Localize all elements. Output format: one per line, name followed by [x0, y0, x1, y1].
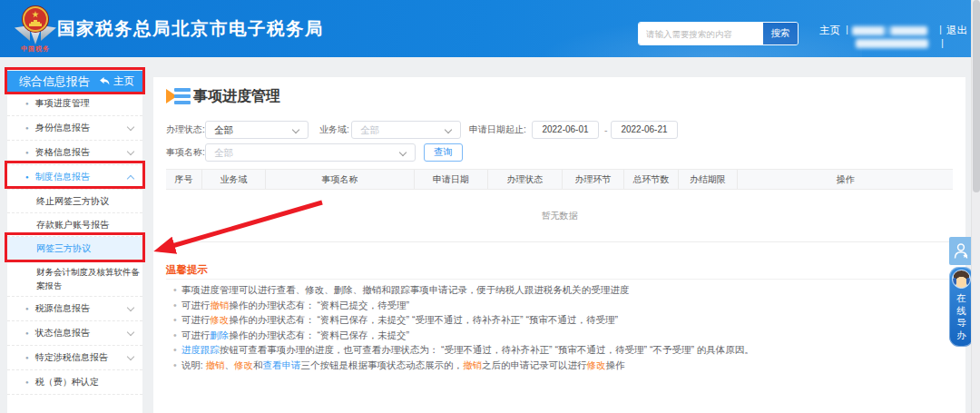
- bullet-icon: •: [173, 282, 177, 298]
- table-column-header: 办理环节: [563, 170, 624, 189]
- national-emblem-icon: [23, 6, 48, 32]
- bullet-icon: ●: [25, 330, 29, 336]
- sidebar-item[interactable]: ●特定涉税信息报告: [7, 346, 142, 370]
- bullet-icon: ●: [25, 355, 29, 360]
- domain-select[interactable]: 全部: [351, 121, 461, 139]
- bullet-icon: •: [173, 312, 177, 328]
- table-column-header: 申请日期: [415, 170, 488, 189]
- sidebar-item[interactable]: ●身份信息报告: [7, 116, 142, 141]
- table-column-header: 事项名称: [266, 170, 415, 189]
- domain-filter-label: 业务域:: [319, 121, 349, 139]
- bullet-icon: •: [173, 342, 177, 358]
- nav-logout-link[interactable]: 退出: [946, 24, 967, 37]
- sidebar-item-label: 事项进度管理: [35, 97, 133, 110]
- tips-divider: [166, 279, 953, 280]
- app-title: 国家税务总局北京市电子税务局: [57, 16, 324, 41]
- progress-table: 序号业务域事项名称申请日期办理状态办理环节总环节数办结期限操作 暂无数据: [166, 169, 953, 242]
- profile-float-button[interactable]: [949, 237, 974, 265]
- online-guide-label: 在线导办: [956, 292, 966, 341]
- header-search: 搜索: [638, 22, 799, 45]
- tip-text: 可进行修改操作的办理状态有： “资料已保存，未提交” “受理不通过，待补齐补正”…: [181, 312, 618, 328]
- list-play-icon: [166, 87, 191, 106]
- date-to-input[interactable]: 2022-06-21: [611, 121, 678, 139]
- page-title-block: 事项进度管理: [166, 87, 280, 106]
- tip-text: 事项进度管理可以进行查看、修改、删除、撤销和跟踪事项申请记录，便于纳税人跟进税务…: [181, 282, 630, 298]
- sidebar-home-label: 主页: [113, 74, 134, 88]
- tips-list: •事项进度管理可以进行查看、修改、删除、撤销和跟踪事项申请记录，便于纳税人跟进税…: [166, 282, 965, 372]
- nav-separator: |: [846, 24, 848, 34]
- sidebar-item-label: 网签三方协议: [36, 242, 133, 255]
- redacted-username: [852, 26, 927, 35]
- bullet-icon: ●: [25, 379, 29, 385]
- sidebar-item-label: 状态信息报告: [35, 327, 128, 339]
- chevron-down-icon: [127, 352, 134, 359]
- sidebar-item-label: 财务会计制度及核算软件备案报告: [36, 265, 141, 292]
- query-button[interactable]: 查询: [424, 143, 463, 162]
- bullet-icon: •: [173, 358, 177, 373]
- sidebar-item[interactable]: ●状态信息报告: [7, 321, 142, 346]
- sidebar-home-link[interactable]: 主页: [100, 74, 134, 88]
- sidebar-item[interactable]: ●税源信息报告: [7, 297, 142, 321]
- tip-line: •进度跟踪按钮可查看事项办理的进度，也可查看办理状态为： “受理不通过，待补齐补…: [166, 342, 965, 358]
- tax-bureau-logo: 中国税务: [14, 5, 57, 54]
- page-scrollbar[interactable]: [971, 0, 980, 413]
- sidebar-item[interactable]: ●资格信息报告: [7, 141, 142, 165]
- sidebar: 综合信息报告 主页 ●事项进度管理●身份信息报告●资格信息报告●制度信息报告终止…: [7, 71, 142, 413]
- tip-keyword-link[interactable]: 进度跟踪: [181, 344, 220, 355]
- bullet-icon: •: [173, 328, 177, 343]
- tip-line: •事项进度管理可以进行查看、修改、删除、撤销和跟踪事项申请记录，便于纳税人跟进税…: [166, 282, 965, 298]
- tip-keyword-link[interactable]: 撤销: [463, 359, 482, 370]
- bullet-icon: •: [173, 298, 177, 313]
- table-header-row: 序号业务域事项名称申请日期办理状态办理环节总环节数办结期限操作: [166, 169, 953, 190]
- redacted-company: [856, 39, 928, 48]
- table-column-header: 办结期限: [679, 170, 738, 189]
- sidebar-item[interactable]: ●税（费）种认定: [7, 370, 142, 395]
- scrollbar-thumb[interactable]: [973, 0, 980, 192]
- chevron-up-icon: [127, 174, 134, 182]
- tip-text: 可进行删除操作的办理状态有： “资料已保存，未提交”: [181, 328, 409, 343]
- sidebar-item-label: 税源信息报告: [35, 302, 128, 315]
- customer-service-avatar: [952, 270, 971, 289]
- logo-caption: 中国税务: [14, 44, 57, 54]
- sidebar-item[interactable]: 网签三方协议: [7, 237, 142, 261]
- sidebar-item-label: 终止网签三方协议: [36, 195, 133, 208]
- sidebar-item[interactable]: 财务会计制度及核算软件备案报告: [7, 261, 142, 297]
- search-button[interactable]: 搜索: [763, 23, 798, 44]
- tip-text: 说明: 撤销、修改和查看申请三个按钮是根据事项状态动态展示的，撤销之后的申请记录…: [181, 358, 625, 373]
- sidebar-item-label: 制度信息报告: [35, 171, 128, 183]
- online-guide-float-button[interactable]: 在线导办: [949, 267, 974, 347]
- sidebar-header-label: 综合信息报告: [19, 74, 90, 90]
- tip-keyword-link[interactable]: 撤销: [210, 300, 229, 310]
- sidebar-item[interactable]: ●制度信息报告: [7, 165, 142, 190]
- tip-keyword-link[interactable]: 删除: [210, 329, 229, 340]
- chevron-down-icon: [127, 123, 134, 130]
- nav-separator: |: [941, 37, 944, 48]
- name-filter-label: 事项名称:: [166, 143, 205, 162]
- sidebar-item-label: 税（费）种认定: [35, 376, 133, 388]
- date-range-separator: -: [604, 121, 608, 139]
- date-range-label: 申请日期起止:: [469, 121, 526, 139]
- chevron-down-icon: [127, 147, 134, 154]
- tip-keyword-link[interactable]: 修改: [210, 314, 229, 325]
- sidebar-item-label: 身份信息报告: [35, 122, 128, 134]
- status-select[interactable]: 全部: [205, 121, 309, 139]
- tip-keyword-link[interactable]: 修改: [234, 359, 253, 370]
- table-column-header: 业务域: [202, 170, 266, 189]
- tip-text: 可进行撤销操作的办理状态有： “资料已提交，待受理”: [181, 298, 409, 313]
- sidebar-item[interactable]: ●事项进度管理: [7, 92, 142, 116]
- date-from-input[interactable]: 2022-06-01: [532, 121, 599, 139]
- chevron-down-icon: [127, 303, 134, 310]
- search-input[interactable]: [639, 23, 763, 44]
- sidebar-header[interactable]: 综合信息报告 主页: [7, 71, 142, 92]
- sidebar-menu: ●事项进度管理●身份信息报告●资格信息报告●制度信息报告终止网签三方协议存款账户…: [7, 92, 142, 395]
- tip-keyword-link[interactable]: 修改: [587, 359, 606, 370]
- sidebar-item[interactable]: 终止网签三方协议: [7, 190, 142, 213]
- nav-home-link[interactable]: 主页: [819, 24, 840, 37]
- table-column-header: 总环节数: [624, 170, 679, 189]
- sidebar-item-label: 存款账户账号报告: [36, 219, 133, 231]
- tip-keyword-link[interactable]: 查看申请: [263, 359, 301, 370]
- tip-line: •说明: 撤销、修改和查看申请三个按钮是根据事项状态动态展示的，撤销之后的申请记…: [166, 358, 965, 373]
- tip-keyword-link[interactable]: 撤销: [206, 359, 225, 370]
- sidebar-item[interactable]: 存款账户账号报告: [7, 213, 142, 237]
- item-name-select[interactable]: 全部: [205, 143, 416, 162]
